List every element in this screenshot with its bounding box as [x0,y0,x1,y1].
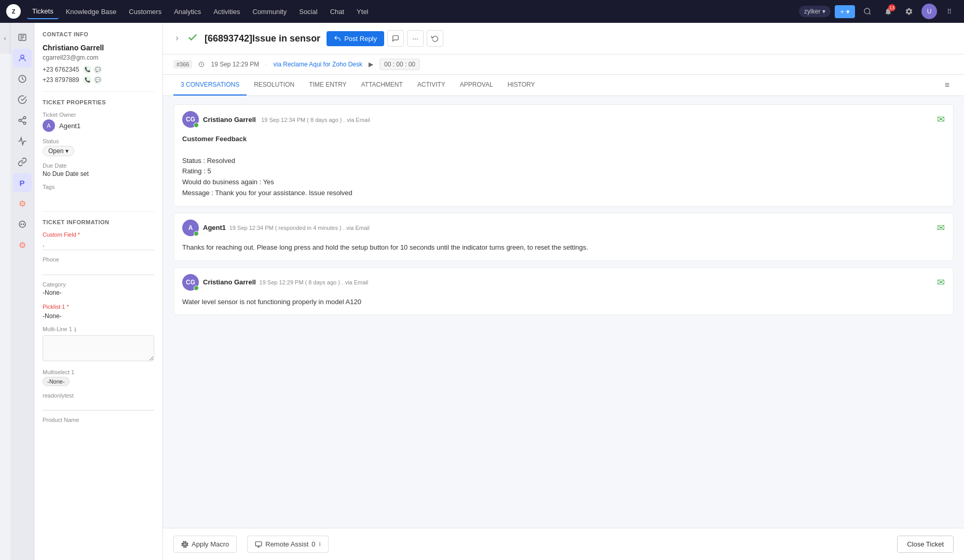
msg1-sender: Cristiano Garrell [203,116,256,124]
sidebar-icon-link[interactable] [13,153,32,171]
tab-attachment[interactable]: ATTACHMENT [354,75,410,95]
msg1-rating-line: Rating : 5 [182,167,211,175]
contact-info-title: CONTACT INFO [43,31,154,37]
sidebar-icon-puzzle[interactable] [13,132,32,151]
ticket-number: #366 [173,60,192,69]
sidebar-icon-link2[interactable] [13,215,32,234]
tags-label: Tags [43,184,154,190]
custom-field-label: Custom Field * [43,231,154,238]
msg1-email-icon[interactable]: ✉ [937,114,945,125]
msg2-email-icon[interactable]: ✉ [937,223,945,233]
logo[interactable]: Z [6,4,21,19]
online-dot [194,122,199,128]
sidebar-collapse-button[interactable]: ‹ [0,23,10,54]
grid-menu-icon[interactable]: ⠿ [941,3,958,20]
svg-point-12 [21,224,22,225]
tab-time-entry[interactable]: TIME ENTRY [302,75,354,95]
more-options-button[interactable]: ··· [407,30,424,47]
user-menu[interactable]: zylker ▾ [799,6,831,17]
custom-field-wrapper: Custom Field * [43,231,154,250]
divider1 [43,91,154,92]
svg-point-8 [19,119,21,122]
sidebar-icon-contact[interactable] [13,49,32,67]
msg2-channel: via Email [346,225,370,231]
ticket-collapse-icon[interactable] [173,35,181,42]
search-button[interactable] [859,3,876,20]
sidebar-icon-hubspot2[interactable]: ⚙ [13,236,32,254]
sidebar-icon-hubspot[interactable]: ⚙ [13,194,32,213]
nav-tickets[interactable]: Tickets [27,4,59,19]
whatsapp-icon2[interactable]: 💬 [93,76,102,84]
tab-activity[interactable]: ACTIVITY [410,75,453,95]
tags-value [43,192,154,204]
nav-analytics[interactable]: Analytics [169,5,206,19]
notifications-button[interactable]: 13 [880,3,897,20]
post-reply-button[interactable]: Post Reply [327,31,384,46]
msg3-body: Water level sensor is not functioning pr… [174,295,953,315]
contact-name: Christiano Garrell [43,44,154,52]
msg2-time: 19 Sep 12:34 PM ( responded in 4 minutes… [228,225,345,231]
notification-count: 13 [888,4,895,11]
contact-phone1: +23 6762345 📞 💬 [43,65,154,74]
status-value: Open [48,147,63,155]
sidebar-icon-check[interactable] [13,90,32,109]
custom-field-input[interactable] [43,239,154,250]
close-ticket-button[interactable]: Close Ticket [897,536,954,553]
divider2 [43,211,154,212]
ticket-via-link[interactable]: via Reclame Aqui for Zoho Desk [274,61,362,68]
sidebar-icon-clock[interactable] [13,70,32,88]
tab-approval[interactable]: APPROVAL [453,75,500,95]
sidebar-icon-ticket[interactable] [13,28,32,47]
ticket-main: [66893742]Issue in sensor Post Reply ···… [163,23,964,560]
chevron-down-icon: ▾ [822,8,825,15]
owner-avatar: A [43,119,55,132]
refresh-button[interactable] [427,30,443,47]
play-icon[interactable]: ▶ [369,61,373,68]
picklist1-label-wrapper: Picklist 1 * [43,303,154,310]
msg3-email-icon[interactable]: ✉ [937,277,945,288]
svg-line-10 [21,121,23,122]
nav-community[interactable]: Community [247,5,292,19]
apply-macro-button[interactable]: Apply Macro [173,536,237,553]
phone-input[interactable] [43,264,154,275]
nav-customers[interactable]: Customers [124,5,167,19]
nav-ytel[interactable]: Ytel [351,5,373,19]
nav-activities[interactable]: Activities [208,5,245,19]
msg1-status-line: Status : Resolved [182,157,235,165]
settings-button[interactable] [901,3,917,20]
call-icon[interactable]: 📞 [83,65,91,74]
ticket-tabs: 3 CONVERSATIONS RESOLUTION TIME ENTRY AT… [163,75,964,96]
ticket-meta: #366 19 Sep 12:29 PM · via Reclame Aqui … [163,54,964,75]
status-dropdown[interactable]: Open ▾ [43,146,74,156]
sidebar-icon-share[interactable] [13,111,32,130]
multiline1-input[interactable] [43,335,154,361]
picklist1-label: Picklist 1 * [43,304,69,310]
ticket-status-icon [187,32,198,46]
svg-point-7 [23,117,26,119]
tab-resolution[interactable]: RESOLUTION [247,75,302,95]
main-layout: ‹ P ⚙ ⚙ CONTACT INFO Christi [0,23,964,560]
reply-icon-button[interactable] [387,30,404,47]
msg2-avatar: A [182,220,199,236]
msg1-body: Customer Feedback Status : Resolved Rati… [174,132,953,206]
phone-label: Phone [43,256,154,263]
sidebar-icon-p[interactable]: P [13,173,32,192]
tab-history[interactable]: HISTORY [500,75,542,95]
call-icon2[interactable]: 📞 [83,76,91,84]
nav-chat[interactable]: Chat [325,5,349,19]
user-avatar[interactable]: U [921,4,937,19]
picklist1-value: -None- [43,312,154,320]
tab-more-icon[interactable]: ≡ [941,76,954,94]
msg2-actions: ✉ [937,222,945,234]
nav-social[interactable]: Social [294,5,322,19]
whatsapp-icon[interactable]: 💬 [93,65,102,74]
create-button[interactable]: + ▾ [835,5,855,18]
message-1: CG Cristiano Garrell 19 Sep 12:34 PM ( 8… [173,104,954,207]
multiline1-label-wrapper: Multi-Line 1 ℹ [43,326,154,334]
remote-assist-button[interactable]: Remote Assist 0 ℹ [247,536,328,553]
tab-conversations[interactable]: 3 CONVERSATIONS [173,75,247,95]
msg2-sender-info: Agent1 19 Sep 12:34 PM ( responded in 4 … [203,224,370,231]
nav-knowledge-base[interactable]: Knowledge Base [61,5,122,19]
msg3-header: CG Cristiano Garrell 19 Sep 12:29 PM ( 8… [174,268,953,295]
due-date-label: Due Date [43,162,154,169]
